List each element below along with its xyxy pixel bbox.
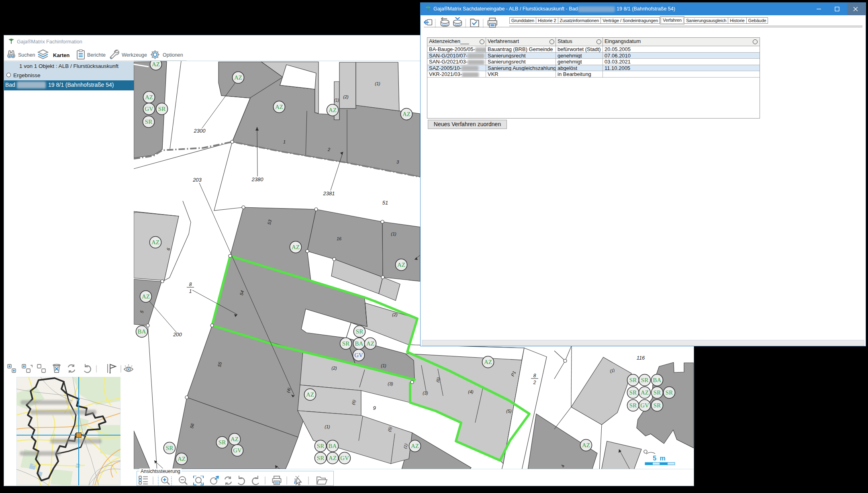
- svg-text:BA: BA: [653, 377, 662, 383]
- svg-text:2381: 2381: [323, 190, 335, 196]
- svg-text:AZ: AZ: [306, 391, 314, 398]
- svg-text:200: 200: [173, 331, 182, 338]
- svg-text:AZ: AZ: [151, 239, 159, 245]
- svg-text:SR: SR: [219, 439, 226, 446]
- svg-text:(2): (2): [343, 94, 349, 99]
- svg-text:(2): (2): [392, 312, 398, 317]
- svg-text:(5): (5): [506, 409, 512, 413]
- svg-text:8: 8: [189, 282, 192, 287]
- svg-text:2: 2: [327, 147, 330, 152]
- svg-text:AZ: AZ: [484, 359, 492, 365]
- svg-text:(4): (4): [468, 389, 474, 394]
- svg-text:AZ: AZ: [292, 244, 300, 250]
- svg-text:SR: SR: [145, 119, 152, 125]
- svg-text:GV: GV: [354, 352, 363, 358]
- svg-text:GV: GV: [233, 447, 242, 454]
- svg-text:(1): (1): [391, 231, 396, 236]
- svg-text:SR: SR: [629, 389, 637, 396]
- svg-text:AZ: AZ: [329, 107, 337, 113]
- svg-text:1: 1: [283, 139, 286, 144]
- svg-text:(1): (1): [334, 98, 339, 102]
- svg-text:116: 116: [637, 355, 645, 361]
- svg-text:AZ: AZ: [231, 436, 239, 442]
- svg-text:(2): (2): [331, 366, 337, 370]
- svg-text:1: 1: [189, 288, 192, 294]
- svg-text:SR: SR: [629, 402, 637, 409]
- svg-text:SR: SR: [317, 443, 324, 449]
- svg-text:5 m: 5 m: [653, 455, 666, 462]
- svg-text:AZ: AZ: [152, 61, 160, 68]
- svg-text:SR: SR: [356, 328, 363, 335]
- svg-text:(1): (1): [325, 424, 330, 429]
- svg-text:AZ: AZ: [402, 111, 411, 117]
- svg-text:SR: SR: [342, 340, 349, 347]
- svg-text:AZ: AZ: [582, 442, 590, 448]
- svg-text:BA: BA: [138, 328, 146, 335]
- svg-text:AZ: AZ: [275, 104, 283, 110]
- svg-text:(3): (3): [388, 381, 393, 386]
- svg-text:BA: BA: [355, 340, 364, 347]
- svg-text:8: 8: [533, 373, 536, 378]
- svg-text:AZ: AZ: [641, 389, 649, 396]
- svg-text:16: 16: [337, 236, 342, 241]
- svg-text:SR: SR: [629, 377, 637, 383]
- svg-text:SR: SR: [666, 389, 673, 396]
- svg-text:GV: GV: [640, 402, 649, 409]
- svg-text:3: 3: [396, 160, 399, 164]
- svg-text:SR: SR: [166, 445, 173, 451]
- svg-text:2: 2: [533, 380, 536, 385]
- svg-text:SR: SR: [158, 106, 165, 112]
- svg-text:AZ: AZ: [178, 456, 186, 462]
- svg-text:AZ: AZ: [142, 293, 150, 300]
- svg-text:GV: GV: [340, 455, 349, 461]
- svg-text:203: 203: [192, 177, 202, 183]
- svg-text:AZ: AZ: [234, 74, 242, 81]
- svg-text:SR: SR: [654, 389, 661, 396]
- svg-text:AZ: AZ: [366, 340, 374, 347]
- svg-text:AZ: AZ: [329, 455, 337, 461]
- svg-text:2380: 2380: [251, 176, 264, 182]
- svg-text:GV: GV: [145, 106, 153, 112]
- svg-text:9: 9: [373, 405, 376, 411]
- svg-text:SR: SR: [317, 455, 324, 461]
- svg-text:AZ: AZ: [411, 443, 419, 449]
- svg-text:2300: 2300: [194, 128, 206, 134]
- svg-text:(1): (1): [381, 363, 386, 368]
- svg-text:(1): (1): [375, 81, 380, 86]
- svg-text:SR: SR: [641, 377, 648, 383]
- svg-text:AZ: AZ: [397, 262, 405, 268]
- svg-text:(3): (3): [423, 391, 428, 395]
- svg-text:BA: BA: [329, 443, 337, 449]
- svg-text:51: 51: [382, 200, 388, 206]
- svg-text:SR: SR: [654, 402, 661, 409]
- svg-text:AZ: AZ: [145, 94, 153, 100]
